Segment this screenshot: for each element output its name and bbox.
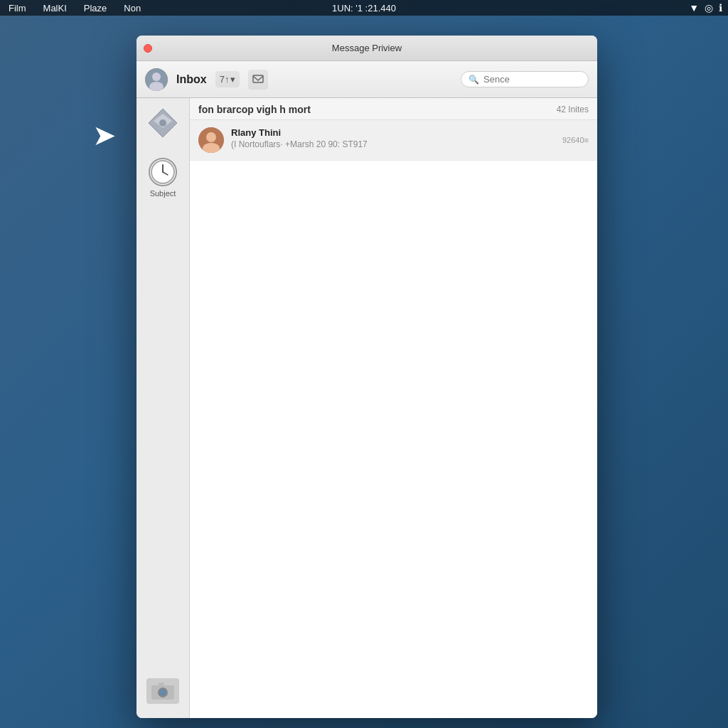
control-center-icon: ◎ <box>705 2 713 14</box>
message-body: Rlany Thini (I Nortouflars· +Marsh 20 90… <box>231 127 555 153</box>
info-icon: ℹ <box>719 2 722 14</box>
wifi-icon: ▼ <box>689 2 699 14</box>
message-list: fon brarcop vigh h mort 42 Inites Rlany … <box>190 98 597 718</box>
svg-rect-13 <box>159 682 164 686</box>
group-count: 42 Inites <box>557 105 589 114</box>
inbox-label: Inbox <box>176 73 207 86</box>
sidebar: Subject <box>136 98 190 718</box>
toolbar: Inbox 7↑ ▾ 🔍 <box>136 61 597 98</box>
menubar-title: 1UN: '1 :21.440 <box>332 3 396 14</box>
menu-film[interactable]: Film <box>6 3 29 14</box>
compose-button[interactable] <box>248 70 268 90</box>
sort-button[interactable]: 7↑ ▾ <box>215 71 240 87</box>
menu-plaze[interactable]: Plaze <box>81 3 110 14</box>
message-item[interactable]: Rlany Thini (I Nortouflars· +Marsh 20 90… <box>190 120 597 161</box>
traffic-lights <box>144 44 152 53</box>
search-input[interactable] <box>483 74 581 85</box>
message-avatar <box>198 127 224 153</box>
svg-point-12 <box>159 689 166 696</box>
svg-point-6 <box>159 119 166 127</box>
message-time: 92640≡ <box>562 136 589 144</box>
title-bar: Message Priview <box>136 36 597 61</box>
close-button[interactable] <box>144 44 152 53</box>
message-sender: Rlany Thini <box>231 127 555 138</box>
svg-rect-3 <box>253 75 263 82</box>
menu-malki[interactable]: MalKI <box>41 3 70 14</box>
message-preview: (I Nortouflars· +Marsh 20 90: ST917 <box>231 139 555 149</box>
message-group-header: fon brarcop vigh h mort 42 Inites <box>190 98 597 120</box>
svg-point-15 <box>206 132 216 142</box>
menu-non[interactable]: Non <box>121 3 144 14</box>
window-title: Message Priview <box>332 43 402 53</box>
subject-label: Subject <box>150 189 176 198</box>
search-icon: 🔍 <box>469 75 479 85</box>
arrow-indicator: ➤ <box>92 121 117 149</box>
clock-icon <box>149 158 177 186</box>
group-title: fon brarcop vigh h mort <box>198 104 311 115</box>
message-preview-window: Message Priview Inbox 7↑ ▾ 🔍 <box>136 36 597 718</box>
menubar-right-icons: ▼ ◎ ℹ <box>689 2 722 14</box>
sidebar-bottom <box>146 678 179 704</box>
search-box[interactable]: 🔍 <box>461 71 589 87</box>
user-avatar[interactable] <box>145 68 168 91</box>
menubar: Film MalKI Plaze Non 1UN: '1 :21.440 ▼ ◎… <box>0 0 728 16</box>
camera-icon[interactable] <box>146 678 179 704</box>
sidebar-clock[interactable]: Subject <box>149 158 177 198</box>
svg-point-1 <box>152 73 161 81</box>
main-content: Subject fon brarcop vigh h mort <box>136 98 597 718</box>
mail-icon[interactable] <box>145 105 181 144</box>
